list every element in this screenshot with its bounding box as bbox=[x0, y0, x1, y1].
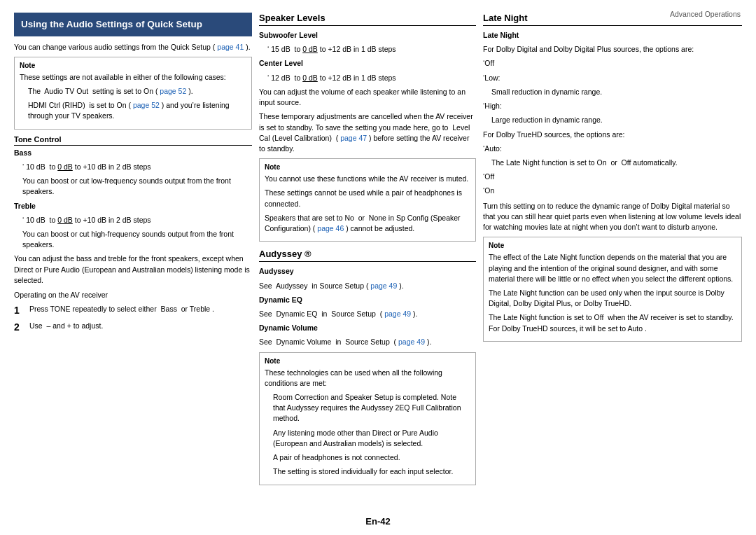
speaker-levels-title: Speaker Levels bbox=[259, 13, 476, 26]
page47-link[interactable]: page 47 bbox=[340, 134, 367, 142]
note4-line1: The effect of the Late Night function de… bbox=[489, 252, 736, 284]
note3-line3: Any listening mode other than Direct or … bbox=[273, 428, 470, 449]
audyssey-desc: See Audyssey in Source Setup ( page 49 )… bbox=[259, 281, 476, 291]
option-low-desc: Small reduction in dynamic range. bbox=[491, 87, 742, 97]
column-2: Speaker Levels Subwoofer Level ‘ 15 dB t… bbox=[259, 13, 476, 514]
late-night-intro2: For Dolby TrueHD sources, the options ar… bbox=[483, 130, 742, 140]
option-off2: ‘Off bbox=[483, 172, 742, 182]
option-on: ‘On bbox=[483, 186, 742, 196]
dynamic-eq-label: Dynamic EQ bbox=[259, 295, 476, 305]
note-box-2: Note You cannot use these functions whil… bbox=[259, 158, 476, 242]
treble-label: Treble bbox=[14, 201, 252, 211]
center-range: ‘ 12 dB to 0 dB to +12 dB in 1 dB steps bbox=[267, 73, 476, 83]
late-night-sublabel: Late Night bbox=[483, 30, 742, 41]
subwoofer-label: Subwoofer Level bbox=[259, 30, 476, 41]
dynamic-volume-desc: See Dynamic Volume in Source Setup ( pag… bbox=[259, 337, 476, 347]
page-container: Advanced Operations Using the Audio Sett… bbox=[0, 0, 756, 535]
dynamic-eq-desc: See Dynamic EQ in Source Setup ( page 49… bbox=[259, 309, 476, 319]
page-number: En-42 bbox=[365, 516, 390, 527]
audyssey-label: Audyssey bbox=[259, 266, 476, 277]
audyssey-title: Audyssey ® bbox=[259, 249, 476, 262]
note3-line5: The setting is stored individually for e… bbox=[273, 466, 470, 477]
step-num-1: 1 bbox=[14, 303, 27, 317]
note3-line1: These technologies can be used when all … bbox=[265, 368, 470, 389]
operating-label: Operating on the AV receiver bbox=[14, 290, 252, 300]
bass-desc: You can boost or cut low-frequency sound… bbox=[22, 176, 252, 197]
note1-line1: These settings are not available in eith… bbox=[20, 72, 246, 83]
note-label-1: Note bbox=[20, 61, 246, 71]
treble-range: ‘ 10 dB to 0 dB to +10 dB in 2 dB steps bbox=[22, 215, 252, 225]
note-box-1: Note These settings are not available in… bbox=[14, 57, 252, 130]
note3-line2: Room Correction and Speaker Setup is com… bbox=[273, 392, 470, 424]
treble-desc: You can boost or cut high-frequency soun… bbox=[22, 229, 252, 250]
column-1: Using the Audio Settings of Quick Setup … bbox=[14, 13, 252, 514]
dynamic-volume-label: Dynamic Volume bbox=[259, 323, 476, 333]
main-title: Using the Audio Settings of Quick Setup bbox=[14, 13, 252, 36]
step-2-text: Use – and + to adjust. bbox=[29, 321, 103, 334]
note4-line2: The Late Night function can be used only… bbox=[489, 288, 736, 309]
page46-link[interactable]: page 46 bbox=[317, 224, 344, 232]
step-1: 1 Press TONE repeatedly to select either… bbox=[14, 304, 252, 317]
step-num-2: 2 bbox=[14, 320, 27, 334]
option-auto-desc: The Late Night function is set to On or … bbox=[491, 158, 742, 168]
center-label: Center Level bbox=[259, 58, 476, 69]
note4-line3: The Late Night function is set to Off wh… bbox=[489, 312, 736, 333]
bass-label: Bass bbox=[14, 148, 252, 158]
option-high-desc: Large reduction in dynamic range. bbox=[491, 115, 742, 125]
page49-link-2[interactable]: page 49 bbox=[384, 310, 411, 318]
note1-line2: The Audio TV Out setting is set to On ( … bbox=[28, 86, 246, 97]
column-3: Late Night Late Night For Dolby Digital … bbox=[483, 13, 742, 514]
note1-line3: HDMI Ctrl (RIHD) is set to On ( page 52 … bbox=[28, 100, 246, 121]
note-box-3: Note These technologies can be used when… bbox=[259, 352, 476, 485]
page52-link-2[interactable]: page 52 bbox=[133, 101, 160, 109]
option-high: ‘High: bbox=[483, 101, 742, 111]
note2-line2: These settings cannot be used while a pa… bbox=[265, 188, 470, 209]
note-label-2: Note bbox=[265, 162, 470, 172]
note3-line4: A pair of headphones is not connected. bbox=[273, 452, 470, 463]
speaker-body2: These temporary adjustments are cancelle… bbox=[259, 111, 476, 154]
option-auto: ‘Auto: bbox=[483, 144, 742, 154]
speaker-body1: You can adjust the volume of each speake… bbox=[259, 87, 476, 108]
tone-body1: You can adjust the bass and treble for t… bbox=[14, 253, 252, 286]
note2-line1: You cannot use these functions while the… bbox=[265, 174, 470, 184]
note-label-4: Note bbox=[489, 241, 736, 251]
note2-line3: Speakers that are set to No or None in S… bbox=[265, 213, 470, 234]
note-label-3: Note bbox=[265, 356, 470, 366]
option-low: ‘Low: bbox=[483, 73, 742, 83]
late-night-intro: For Dolby Digital and Dolby Digital Plus… bbox=[483, 44, 742, 55]
bass-range: ‘ 10 dB to 0 dB to +10 dB in 2 dB steps bbox=[22, 162, 252, 172]
tone-control-title: Tone Control bbox=[14, 135, 252, 146]
subwoofer-range: ‘ 15 dB to 0 dB to +12 dB in 1 dB steps bbox=[267, 44, 476, 55]
page41-link[interactable]: page 41 bbox=[217, 43, 244, 51]
page52-link-1[interactable]: page 52 bbox=[160, 87, 186, 95]
step-2: 2 Use – and + to adjust. bbox=[14, 321, 252, 334]
page49-link-1[interactable]: page 49 bbox=[370, 282, 397, 290]
page49-link-3[interactable]: page 49 bbox=[398, 338, 425, 346]
step-1-text: Press TONE repeatedly to select either B… bbox=[29, 304, 214, 317]
late-night-body1: Turn this setting on to reduce the dynam… bbox=[483, 201, 742, 233]
col1-intro: You can change various audio settings fr… bbox=[14, 42, 252, 53]
top-right-label: Advanced Operations bbox=[670, 10, 741, 18]
note-box-4: Note The effect of the Late Night functi… bbox=[483, 237, 742, 342]
option-off: ‘Off bbox=[483, 58, 742, 69]
